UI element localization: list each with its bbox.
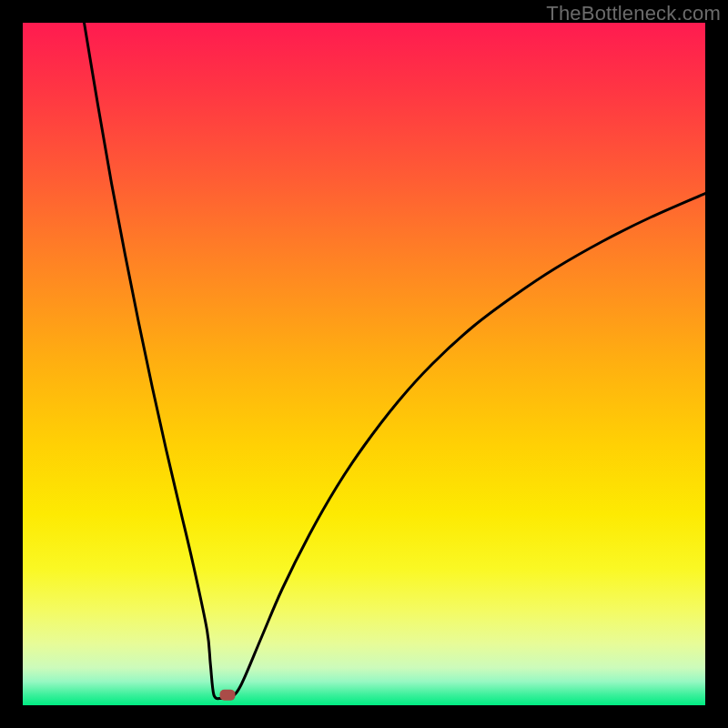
watermark-text: TheBottleneck.com xyxy=(546,2,721,25)
gradient-background xyxy=(23,23,705,705)
bottleneck-chart xyxy=(23,23,705,705)
chart-frame: TheBottleneck.com xyxy=(0,0,728,728)
plot-area xyxy=(23,23,705,705)
optimum-marker xyxy=(220,690,236,701)
